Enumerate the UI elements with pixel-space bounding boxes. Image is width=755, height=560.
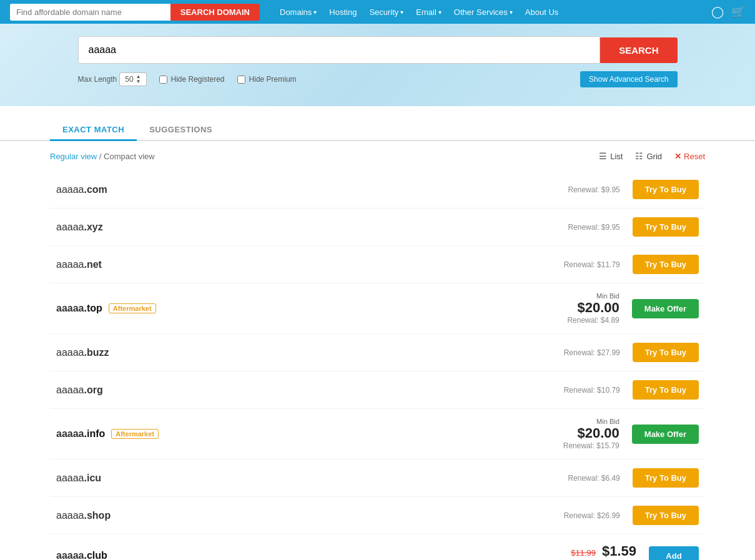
renewal-price: Renewal: $27.99 (564, 348, 620, 357)
table-row: aaaaa.buzz Renewal: $27.99 Try To Buy (50, 334, 705, 371)
stepper-arrows[interactable]: ▲▼ (136, 74, 141, 84)
navbar-search-input[interactable] (10, 4, 170, 21)
grid-view-btn[interactable]: ☷ Grid (635, 151, 662, 161)
regular-view-link[interactable]: Regular view (50, 152, 97, 161)
try-to-buy-button[interactable]: Try To Buy (633, 255, 699, 274)
hide-premium-filter[interactable]: Hide Premium (237, 75, 297, 84)
max-length-control: Max Length 50 ▲▼ (78, 72, 147, 86)
add-button[interactable]: Add (649, 546, 699, 561)
view-controls: Regular view / Compact view ☰ List ☷ Gri… (50, 151, 705, 161)
min-bid-wrap: Min Bid $20.00 Renewal: $4.89 (567, 292, 619, 325)
hero-section: SEARCH Max Length 50 ▲▼ Hide Registered … (0, 24, 755, 106)
advanced-search-btn[interactable]: Show Advanced Search (580, 71, 677, 87)
try-to-buy-button[interactable]: Try To Buy (633, 380, 699, 400)
try-to-buy-button[interactable]: Try To Buy (633, 180, 699, 199)
domain-name: aaaaa.info Aftermarket (56, 428, 563, 440)
domain-right: Renewal: $9.95 Try To Buy (568, 217, 699, 237)
list-icon: ☰ (599, 151, 607, 161)
max-length-number: 50 (125, 75, 133, 84)
domain-right: Renewal: $11.79 Try To Buy (564, 255, 699, 274)
user-icon[interactable]: ◯ (711, 5, 724, 19)
view-separator: / (99, 152, 104, 161)
domain-name: aaaaa.shop (56, 510, 564, 521)
reset-btn[interactable]: ✕ Reset (674, 152, 705, 161)
renewal-price: Renewal: $15.79 (563, 441, 619, 450)
nav-about-us[interactable]: About Us (520, 7, 563, 17)
table-row: aaaaa.xyz Renewal: $9.95 Try To Buy (50, 209, 705, 246)
navbar-search-wrap: SEARCH DOMAIN (10, 4, 260, 21)
renewal-price: Renewal: $11.79 (564, 260, 620, 269)
domain-name: aaaaa.icu (56, 473, 568, 484)
reset-label: Reset (684, 152, 705, 161)
domain-name: aaaaa.buzz (56, 347, 564, 358)
view-right: ☰ List ☷ Grid ✕ Reset (599, 151, 705, 161)
domain-name: aaaaa.com (56, 184, 568, 195)
domain-name: aaaaa.top Aftermarket (56, 303, 567, 314)
make-offer-button[interactable]: Make Offer (632, 299, 699, 318)
renewal-price: Renewal: $4.89 (567, 316, 619, 325)
hide-registered-checkbox[interactable] (159, 76, 167, 84)
list-view-btn[interactable]: ☰ List (599, 151, 623, 161)
chevron-down-icon: ▾ (400, 9, 403, 16)
table-row: aaaaa.net Renewal: $11.79 Try To Buy (50, 246, 705, 283)
domain-name: aaaaa.xyz (56, 222, 568, 233)
hide-premium-checkbox[interactable] (237, 76, 245, 84)
make-offer-button[interactable]: Make Offer (632, 425, 699, 444)
x-icon: ✕ (674, 152, 681, 161)
max-length-value[interactable]: 50 ▲▼ (119, 72, 146, 86)
main-search-input[interactable] (78, 36, 601, 64)
filters-row: Max Length 50 ▲▼ Hide Registered Hide Pr… (78, 71, 678, 87)
view-links: Regular view / Compact view (50, 152, 155, 161)
try-to-buy-button[interactable]: Try To Buy (633, 217, 699, 237)
chevron-down-icon: ▾ (510, 9, 513, 16)
nav-email[interactable]: Email ▾ (411, 7, 447, 17)
aftermarket-badge: Aftermarket (111, 429, 159, 439)
domain-right: Renewal: $10.79 Try To Buy (564, 380, 699, 400)
max-length-label: Max Length (78, 75, 117, 84)
content-area: Regular view / Compact view ☰ List ☷ Gri… (0, 141, 755, 560)
main-search-wrap: SEARCH (78, 36, 678, 64)
table-row: aaaaa.shop Renewal: $26.99 Try To Buy (50, 497, 705, 534)
compact-view-link[interactable]: Compact view (104, 152, 155, 161)
table-row: aaaaa.top Aftermarket Min Bid $20.00 Ren… (50, 283, 705, 334)
domain-list: aaaaa.com Renewal: $9.95 Try To Buy aaaa… (50, 171, 705, 560)
try-to-buy-button[interactable]: Try To Buy (633, 468, 699, 488)
nav-domains[interactable]: Domains ▾ (275, 7, 322, 17)
chevron-down-icon: ▾ (313, 9, 317, 16)
hide-registered-filter[interactable]: Hide Registered (159, 75, 225, 84)
min-bid-label: Min Bid (563, 418, 619, 425)
min-bid-price: $20.00 (563, 425, 619, 441)
domain-right: Renewal: $6.49 Try To Buy (568, 468, 699, 488)
table-row: aaaaa.club $11.99 $1.59 Renewal: $11.99 … (50, 534, 705, 560)
renewal-price: Renewal: $26.99 (564, 511, 620, 520)
min-bid-price: $20.00 (567, 300, 619, 316)
table-row: aaaaa.icu Renewal: $6.49 Try To Buy (50, 459, 705, 497)
try-to-buy-button[interactable]: Try To Buy (633, 343, 699, 362)
table-row: aaaaa.info Aftermarket Min Bid $20.00 Re… (50, 409, 705, 459)
min-bid-label: Min Bid (567, 292, 619, 300)
hide-registered-label: Hide Registered (171, 75, 225, 84)
renewal-price: Renewal: $9.95 (568, 185, 619, 194)
nav-icons: ◯ 🛒 (711, 5, 745, 19)
renewal-price: Renewal: $6.49 (568, 474, 619, 483)
try-to-buy-button[interactable]: Try To Buy (633, 506, 699, 525)
price-sale-wrap: $11.99 $1.59 Renewal: $11.99 (571, 543, 636, 560)
nav-links: Domains ▾ Hosting Security ▾ Email ▾ Oth… (275, 7, 706, 17)
domain-right: Min Bid $20.00 Renewal: $4.89 Make Offer (567, 292, 699, 325)
tab-suggestions[interactable]: SUGGESTIONS (137, 119, 225, 141)
chevron-down-icon: ▾ (438, 9, 442, 16)
domain-right: Renewal: $27.99 Try To Buy (564, 343, 699, 362)
min-bid-wrap: Min Bid $20.00 Renewal: $15.79 (563, 418, 619, 450)
nav-security[interactable]: Security ▾ (364, 7, 408, 17)
main-search-btn[interactable]: SEARCH (600, 37, 677, 63)
navbar: SEARCH DOMAIN Domains ▾ Hosting Security… (0, 0, 755, 24)
list-label: List (610, 152, 623, 161)
cart-icon[interactable]: 🛒 (731, 5, 745, 19)
domain-right: Min Bid $20.00 Renewal: $15.79 Make Offe… (563, 418, 699, 450)
table-row: aaaaa.org Renewal: $10.79 Try To Buy (50, 371, 705, 409)
nav-other-services[interactable]: Other Services ▾ (449, 7, 518, 17)
domain-right: Renewal: $9.95 Try To Buy (568, 180, 699, 199)
navbar-search-domain-btn[interactable]: SEARCH DOMAIN (170, 4, 260, 21)
tab-exact-match[interactable]: EXACT MATCH (50, 119, 137, 141)
nav-hosting[interactable]: Hosting (324, 7, 362, 17)
